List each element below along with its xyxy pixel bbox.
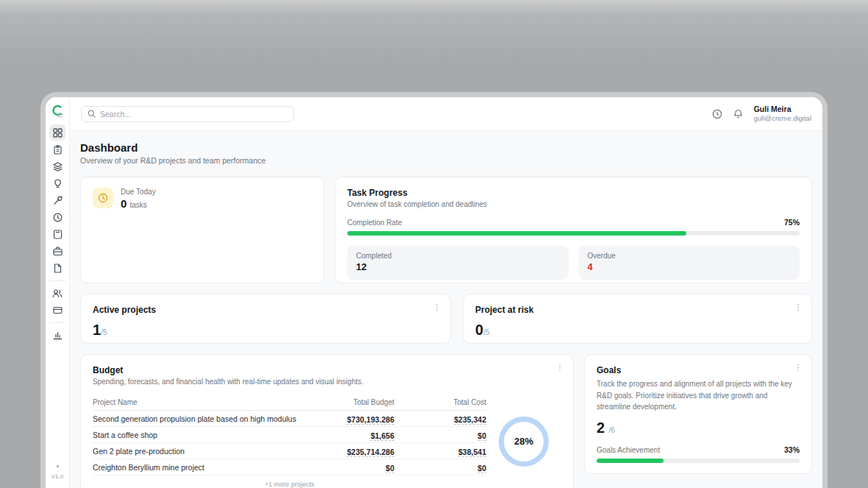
team-icon [52, 289, 63, 298]
cost-amount-link[interactable]: $0 [477, 464, 486, 473]
budget-row-project-name: Second generation propulsion plate based… [93, 414, 299, 423]
sidebar-item-time[interactable] [49, 209, 65, 225]
budget-row-total-cost: $38,541 [394, 445, 486, 458]
due-today-label: Due Today [121, 188, 156, 196]
main-area: Search... Guli Meira guli@creme.digita [70, 97, 822, 488]
user-menu[interactable]: Guli Meira guli@creme.digital [754, 105, 811, 123]
active-projects-card: Active projects ⋮ 1/5 [80, 294, 451, 344]
page-title: Dashboard [80, 141, 812, 154]
more-projects-label[interactable]: +1 more projects [93, 475, 486, 488]
sidebar-divider [49, 322, 65, 323]
cost-amount-link[interactable]: $38,541 [458, 448, 486, 456]
completed-stat-box: Completed 12 [347, 246, 569, 280]
overdue-stat-box: Overdue 4 [579, 246, 800, 280]
budget-donut-wrap: 28% [486, 417, 561, 467]
overdue-label: Overdue [588, 252, 791, 260]
due-today-unit: tasks [130, 201, 147, 209]
budget-amount-link[interactable]: $730,193.286 [347, 415, 394, 424]
sidebar-item-calculator[interactable] [49, 226, 65, 242]
goals-menu-button[interactable]: ⋮ [794, 364, 803, 372]
app-version: V1.0 [46, 473, 69, 480]
budget-row-project-name: Gen 2 plate pre-production [93, 447, 299, 456]
project-at-risk-value: 0/5 [475, 322, 800, 339]
active-projects-menu-button[interactable]: ⋮ [433, 303, 441, 311]
budget-amount-link[interactable]: $1,656 [371, 431, 394, 440]
due-clock-icon [98, 193, 108, 203]
column-project-name: Project Name [93, 398, 299, 406]
budget-amount-link[interactable]: $0 [385, 464, 394, 473]
budget-donut-chart: 28% [499, 417, 549, 467]
budget-table-row: Creighton Beryllium mine project$0$0 [93, 459, 486, 475]
budget-row-project-name: Creighton Beryllium mine project [93, 463, 299, 472]
history-clock-icon [712, 109, 722, 119]
sidebar: V1.0 [46, 97, 70, 488]
search-placeholder: Search... [100, 110, 131, 119]
goals-total: /6 [609, 426, 615, 434]
analytics-chart-icon [53, 330, 63, 340]
active-projects-title: Active projects [93, 305, 438, 315]
completion-rate-label: Completion Rate [347, 219, 402, 227]
goals-progress-bar [597, 459, 800, 463]
budget-amount-link[interactable]: $235,714.286 [347, 448, 394, 456]
sidebar-item-projects[interactable] [49, 243, 65, 259]
layers-icon [53, 162, 63, 171]
user-email: guli@creme.digital [754, 114, 811, 123]
notifications-button[interactable] [733, 109, 743, 119]
budget-row-total-cost: $235,342 [394, 412, 486, 425]
sidebar-item-dashboard[interactable] [49, 124, 65, 141]
cost-amount-link[interactable]: $235,342 [454, 415, 486, 424]
column-total-cost: Total Cost [394, 398, 486, 406]
budget-row-total-budget: $730,193.286 [299, 412, 394, 425]
budget-row-total-cost: $0 [394, 428, 486, 442]
task-progress-title: Task Progress [347, 188, 800, 198]
project-at-risk-title: Project at risk [475, 305, 800, 315]
clipboard-icon [53, 145, 63, 155]
billing-card-icon [53, 305, 63, 315]
budget-table: Project Name Total Budget Total Cost Sec… [93, 395, 486, 488]
sidebar-item-analytics[interactable] [49, 327, 65, 343]
sidebar-item-billing[interactable] [49, 302, 65, 318]
dashboard-content: Dashboard Overview of your R&D projects … [70, 131, 822, 488]
history-button[interactable] [712, 109, 722, 119]
sidebar-item-tasks[interactable] [49, 141, 65, 158]
sidebar-item-ideas[interactable] [49, 175, 65, 191]
goals-achievement-value: 33% [784, 445, 800, 454]
clock-icon [53, 213, 63, 222]
budget-donut-value: 28% [514, 436, 533, 447]
due-today-icon-badge [93, 188, 113, 208]
user-name: Guli Meira [754, 105, 811, 114]
topbar: Search... Guli Meira guli@creme.digita [70, 97, 822, 131]
budget-table-row: Gen 2 plate pre-production$235,714.286$3… [93, 443, 486, 459]
goals-achievement-label: Goals Achievement [597, 446, 660, 454]
project-at-risk-card: Project at risk ⋮ 0/5 [463, 294, 812, 344]
budget-row-total-budget: $235,714.286 [299, 445, 394, 458]
briefcase-icon [53, 247, 63, 256]
goals-title: Goals [597, 365, 800, 375]
budget-menu-button[interactable]: ⋮ [555, 364, 564, 372]
document-icon [53, 264, 63, 273]
completion-progress-bar [347, 231, 800, 236]
goals-value: 2 /6 [597, 420, 800, 436]
sidebar-item-team[interactable] [49, 285, 65, 301]
overdue-value: 4 [588, 261, 791, 272]
goals-description: Track the progress and alignment of all … [597, 378, 800, 413]
sidebar-footer: V1.0 [46, 465, 69, 480]
completed-value: 12 [356, 261, 560, 272]
project-at-risk-menu-button[interactable]: ⋮ [794, 303, 803, 311]
active-projects-value: 1/5 [93, 322, 438, 339]
due-today-value: 0 tasks [121, 197, 156, 210]
sidebar-item-documents[interactable] [49, 260, 65, 276]
bell-icon [733, 109, 743, 119]
budget-card: Budget ⋮ Spending, forecasts, and financ… [80, 354, 574, 488]
budget-row-total-budget: $0 [299, 461, 394, 474]
column-total-budget: Total Budget [299, 398, 394, 406]
goals-progress-fill [597, 459, 664, 463]
budget-row-total-budget: $1,656 [299, 428, 394, 442]
cost-amount-link[interactable]: $0 [477, 431, 486, 440]
sidebar-item-layers[interactable] [49, 158, 65, 174]
calculator-icon [53, 230, 63, 239]
search-input[interactable]: Search... [81, 106, 294, 122]
sidebar-item-tools[interactable] [49, 192, 65, 208]
completed-label: Completed [356, 252, 560, 260]
goals-card: Goals ⋮ Track the progress and alignment… [584, 354, 812, 474]
